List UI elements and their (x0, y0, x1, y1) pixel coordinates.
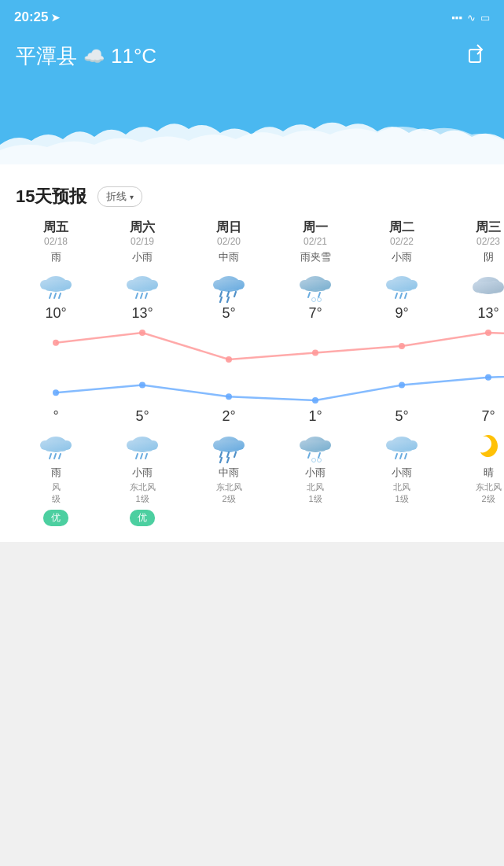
weekday-5: 周三 (445, 219, 504, 236)
share-button[interactable] (466, 43, 488, 70)
low-temp-4: 5° (359, 408, 445, 425)
svg-line-104 (405, 454, 407, 459)
wind-level-2: 2级 (186, 493, 272, 505)
svg-line-78 (136, 454, 138, 459)
svg-line-38 (400, 293, 402, 298)
date-2: 02/20 (186, 236, 272, 247)
svg-rect-101 (386, 440, 418, 450)
day-label-2: 周日 02/20 中雨 5° (186, 219, 272, 323)
svg-point-96 (312, 459, 316, 462)
weather-icon-top-5 (445, 266, 504, 305)
svg-line-80 (145, 454, 147, 459)
high-temp-3: 7° (272, 305, 359, 322)
weather-desc-bottom-3: 小雨 (272, 466, 359, 480)
forecast-scroll[interactable]: 周五 02/18 雨 10° 周六 02/19 小雨 (0, 219, 504, 534)
aqi-empty-3 (272, 508, 359, 525)
high-temp-chart (13, 326, 504, 366)
weather-icon-bottom-4 (359, 426, 445, 466)
chart-toggle-label: 折线 (106, 190, 127, 204)
day-label-0: 周五 02/18 雨 10° (13, 219, 99, 323)
weather-desc-top-0: 雨 (13, 250, 99, 264)
location-name: 平潭县 (16, 42, 77, 70)
forecast-header: 15天预报 折线 ▾ (0, 185, 504, 219)
svg-line-72 (54, 454, 56, 459)
svg-line-37 (395, 293, 397, 298)
svg-line-103 (400, 454, 402, 459)
day-bottom-1: 5° 小雨 东北风 1级 优 (99, 408, 186, 526)
day-bottom-2: 2° 中雨 东北风 2级 (186, 408, 272, 526)
svg-line-21 (220, 297, 222, 302)
day-label-4: 周二 02/22 小雨 9° (359, 219, 445, 323)
svg-line-102 (395, 454, 397, 459)
svg-line-8 (59, 293, 61, 298)
svg-line-85 (220, 452, 222, 457)
svg-rect-28 (300, 280, 331, 289)
aqi-badge-1: 优 (130, 510, 155, 526)
weather-icon-bottom-2 (186, 426, 272, 466)
svg-line-22 (227, 292, 229, 297)
wind-3: 北风 (272, 481, 359, 493)
svg-line-7 (54, 293, 56, 298)
weather-desc-bottom-2: 中雨 (186, 466, 272, 480)
section-divider (0, 164, 504, 171)
aqi-badge-0: 优 (43, 510, 68, 526)
svg-point-97 (318, 459, 322, 462)
weekday-4: 周二 (359, 219, 445, 236)
status-time: 20:25 ➤ (14, 9, 60, 25)
location-arrow-icon: ➤ (51, 12, 60, 24)
weather-icon-top-0 (13, 266, 99, 305)
weather-icon-top-1 (99, 266, 186, 305)
weekday-3: 周一 (272, 219, 359, 236)
svg-point-65 (485, 374, 491, 381)
weather-desc-top-2: 中雨 (186, 250, 272, 264)
svg-rect-5 (40, 280, 72, 289)
svg-line-73 (59, 454, 61, 459)
svg-point-31 (312, 298, 316, 302)
day-label-1: 周六 02/19 小雨 13° (99, 219, 186, 323)
wind-level-4: 1级 (359, 493, 445, 505)
svg-rect-19 (213, 280, 245, 289)
wifi-icon: ∿ (467, 12, 476, 24)
wind-level-0: 级 (13, 493, 99, 505)
aqi-empty-2 (186, 508, 272, 525)
status-bar: 20:25 ➤ ▪▪▪ ∿ ▭ (0, 0, 504, 35)
svg-line-29 (308, 293, 310, 297)
svg-line-79 (141, 454, 142, 459)
clouds-decoration (0, 117, 504, 164)
weather-desc-bottom-1: 小雨 (99, 466, 186, 480)
weather-icon-bottom-3 (272, 426, 359, 466)
chevron-down-icon: ▾ (130, 193, 134, 201)
svg-line-94 (308, 453, 310, 458)
aqi-empty-5 (445, 508, 504, 525)
wind-1: 东北风 (99, 481, 186, 493)
weather-desc-top-4: 小雨 (359, 250, 445, 264)
weather-desc-bottom-0: 雨 (13, 466, 99, 480)
svg-line-20 (220, 292, 222, 297)
high-temp-0: 10° (13, 305, 99, 322)
svg-line-89 (234, 452, 236, 457)
weather-header: 平潭县 ☁️ 11°C (0, 35, 504, 70)
weekday-2: 周日 (186, 219, 272, 236)
sky-area (0, 70, 504, 164)
forecast-table: 周五 02/18 雨 10° 周六 02/19 小雨 (0, 219, 504, 526)
day-bottom-4: 5° 小雨 北风 1级 (359, 408, 445, 526)
weather-icon-top-3 (272, 266, 359, 305)
svg-line-39 (405, 293, 407, 298)
svg-line-23 (227, 297, 229, 302)
low-temp-5: 7° (445, 408, 504, 425)
date-5: 02/23 (445, 236, 504, 247)
svg-rect-43 (473, 282, 504, 293)
weather-desc-top-5: 阴 (445, 250, 504, 264)
weather-desc-top-3: 雨夹雪 (272, 250, 359, 264)
low-temp-1: 5° (99, 408, 186, 425)
svg-line-30 (318, 293, 320, 297)
cloud-icon: ☁️ (83, 46, 105, 67)
wind-4: 北风 (359, 481, 445, 493)
current-temp: 11°C (111, 44, 156, 68)
chart-toggle-button[interactable]: 折线 ▾ (97, 186, 142, 207)
svg-rect-0 (469, 50, 480, 62)
high-temp-4: 9° (359, 305, 445, 322)
location-info: 平潭县 ☁️ 11°C (16, 42, 156, 70)
low-temp-0: ° (13, 408, 99, 425)
wind-level-3: 1级 (272, 493, 359, 505)
